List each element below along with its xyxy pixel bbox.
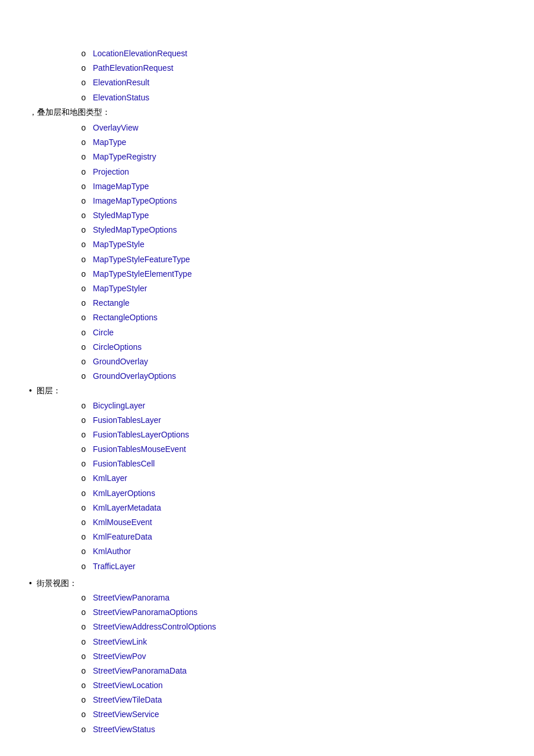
list-item: MapTypeRegistry bbox=[23, 150, 511, 164]
sv-link-0[interactable]: StreetViewPanorama bbox=[93, 593, 169, 602]
list-item: KmlFeatureData bbox=[23, 530, 511, 544]
overlay-link-6[interactable]: StyledMapType bbox=[93, 211, 149, 220]
layers-section: • 图层： BicyclingLayer FusionTablesLayer F… bbox=[23, 384, 511, 573]
list-item: Projection bbox=[23, 165, 511, 179]
layer-link-8[interactable]: KmlMouseEvent bbox=[93, 518, 152, 527]
list-item: StreetViewPanoramaData bbox=[23, 664, 511, 678]
list-item: KmlLayerMetadata bbox=[23, 501, 511, 515]
sv-link-1[interactable]: StreetViewPanoramaOptions bbox=[93, 607, 197, 617]
layer-link-3[interactable]: FusionTablesMouseEvent bbox=[93, 444, 186, 454]
overlay-link-13[interactable]: RectangleOptions bbox=[93, 313, 157, 322]
layer-link-7[interactable]: KmlLayerMetadata bbox=[93, 503, 161, 512]
elevation-link-1[interactable]: LocationElevationRequest bbox=[93, 49, 187, 58]
overlay-link-4[interactable]: ImageMapType bbox=[93, 182, 149, 191]
layers-list: BicyclingLayer FusionTablesLayer FusionT… bbox=[23, 399, 511, 574]
layer-link-4[interactable]: FusionTablesCell bbox=[93, 459, 155, 468]
list-item: KmlMouseEvent bbox=[23, 515, 511, 530]
list-item: FusionTablesLayer bbox=[23, 413, 511, 428]
overlay-link-16[interactable]: GroundOverlay bbox=[93, 357, 148, 366]
list-item: ElevationStatus bbox=[23, 91, 511, 105]
overlay-link-10[interactable]: MapTypeStyleElementType bbox=[93, 269, 192, 278]
sv-link-5[interactable]: StreetViewPanoramaData bbox=[93, 666, 187, 675]
list-item: ImageMapTypeOptions bbox=[23, 194, 511, 208]
list-item: StreetViewPanoramaOptions bbox=[23, 605, 511, 620]
streetview-list: StreetViewPanorama StreetViewPanoramaOpt… bbox=[23, 591, 511, 737]
overlay-list: OverlayView MapType MapTypeRegistry Proj… bbox=[23, 121, 511, 384]
overlay-link-2[interactable]: MapTypeRegistry bbox=[93, 152, 156, 161]
overlay-link-3[interactable]: Projection bbox=[93, 167, 129, 176]
list-item: OverlayView bbox=[23, 121, 511, 135]
elevation-link-4[interactable]: ElevationStatus bbox=[93, 93, 149, 102]
layer-link-9[interactable]: KmlFeatureData bbox=[93, 532, 152, 541]
list-item: BicyclingLayer bbox=[23, 399, 511, 413]
list-item: CircleOptions bbox=[23, 340, 511, 355]
sv-link-4[interactable]: StreetViewPov bbox=[93, 652, 146, 661]
list-item: PathElevationRequest bbox=[23, 61, 511, 75]
layers-bullet-item: • 图层： bbox=[23, 384, 511, 398]
list-item: GroundOverlayOptions bbox=[23, 369, 511, 384]
bullet-symbol: • bbox=[29, 384, 32, 398]
list-item: StreetViewLink bbox=[23, 635, 511, 649]
list-item: StreetViewPanorama bbox=[23, 591, 511, 605]
list-item: FusionTablesCell bbox=[23, 457, 511, 471]
overlay-link-7[interactable]: StyledMapTypeOptions bbox=[93, 225, 177, 234]
bullet-symbol: • bbox=[29, 576, 32, 591]
elevation-link-3[interactable]: ElevationResult bbox=[93, 78, 149, 87]
overlay-section-prefix: ，叠加层和地图类型： bbox=[23, 105, 511, 120]
overlay-link-11[interactable]: MapTypeStyler bbox=[93, 284, 147, 293]
list-item: KmlLayerOptions bbox=[23, 486, 511, 501]
list-item: GroundOverlay bbox=[23, 355, 511, 369]
sv-link-8[interactable]: StreetViewService bbox=[93, 710, 159, 719]
list-item: ImageMapType bbox=[23, 179, 511, 194]
overlay-link-17[interactable]: GroundOverlayOptions bbox=[93, 371, 176, 381]
list-item: StreetViewAddressControlOptions bbox=[23, 620, 511, 634]
layer-link-1[interactable]: FusionTablesLayer bbox=[93, 415, 161, 425]
sv-link-6[interactable]: StreetViewLocation bbox=[93, 681, 163, 690]
elevation-list: LocationElevationRequest PathElevationRe… bbox=[23, 46, 511, 105]
sv-link-9[interactable]: StreetViewStatus bbox=[93, 725, 155, 734]
sv-link-3[interactable]: StreetViewLink bbox=[93, 637, 147, 646]
list-item: Circle bbox=[23, 325, 511, 340]
list-item: MapType bbox=[23, 135, 511, 150]
layer-link-10[interactable]: KmlAuthor bbox=[93, 547, 131, 556]
list-item: KmlAuthor bbox=[23, 544, 511, 559]
list-item: MapTypeStyleFeatureType bbox=[23, 252, 511, 267]
list-item: FusionTablesLayerOptions bbox=[23, 428, 511, 442]
overlay-link-8[interactable]: MapTypeStyle bbox=[93, 240, 145, 249]
list-item: MapTypeStyle bbox=[23, 237, 511, 252]
list-item: StreetViewTileData bbox=[23, 693, 511, 707]
layer-link-2[interactable]: FusionTablesLayerOptions bbox=[93, 430, 189, 439]
overlay-link-12[interactable]: Rectangle bbox=[93, 298, 129, 308]
overlay-link-15[interactable]: CircleOptions bbox=[93, 342, 142, 352]
layer-link-11[interactable]: TrafficLayer bbox=[93, 562, 135, 571]
list-item: RectangleOptions bbox=[23, 310, 511, 325]
layer-link-5[interactable]: KmlLayer bbox=[93, 473, 127, 483]
overlay-link-1[interactable]: MapType bbox=[93, 138, 127, 147]
streetview-section: • 街景视图： StreetViewPanorama StreetViewPan… bbox=[23, 576, 511, 737]
list-item: ElevationResult bbox=[23, 75, 511, 90]
layer-link-0[interactable]: BicyclingLayer bbox=[93, 401, 145, 410]
list-item: TrafficLayer bbox=[23, 559, 511, 574]
list-item: MapTypeStyler bbox=[23, 281, 511, 296]
overlay-link-0[interactable]: OverlayView bbox=[93, 123, 138, 132]
elevation-link-2[interactable]: PathElevationRequest bbox=[93, 63, 174, 73]
list-item: StreetViewPov bbox=[23, 649, 511, 664]
layer-link-6[interactable]: KmlLayerOptions bbox=[93, 489, 155, 498]
sv-link-2[interactable]: StreetViewAddressControlOptions bbox=[93, 622, 216, 631]
layers-label: 图层： bbox=[37, 384, 61, 398]
main-content: LocationElevationRequest PathElevationRe… bbox=[23, 12, 511, 737]
list-item: StreetViewService bbox=[23, 707, 511, 722]
overlay-link-9[interactable]: MapTypeStyleFeatureType bbox=[93, 255, 190, 264]
list-item: LocationElevationRequest bbox=[23, 46, 511, 61]
list-item: FusionTablesMouseEvent bbox=[23, 442, 511, 457]
list-item: MapTypeStyleElementType bbox=[23, 267, 511, 281]
main-list: • 图层： BicyclingLayer FusionTablesLayer F… bbox=[23, 384, 511, 737]
list-item: KmlLayer bbox=[23, 471, 511, 486]
list-item: StreetViewStatus bbox=[23, 722, 511, 737]
list-item: StreetViewLocation bbox=[23, 678, 511, 693]
streetview-label: 街景视图： bbox=[37, 576, 77, 591]
overlay-link-14[interactable]: Circle bbox=[93, 328, 114, 337]
overlay-link-5[interactable]: ImageMapTypeOptions bbox=[93, 196, 177, 205]
list-item: StyledMapType bbox=[23, 208, 511, 223]
sv-link-7[interactable]: StreetViewTileData bbox=[93, 695, 162, 704]
